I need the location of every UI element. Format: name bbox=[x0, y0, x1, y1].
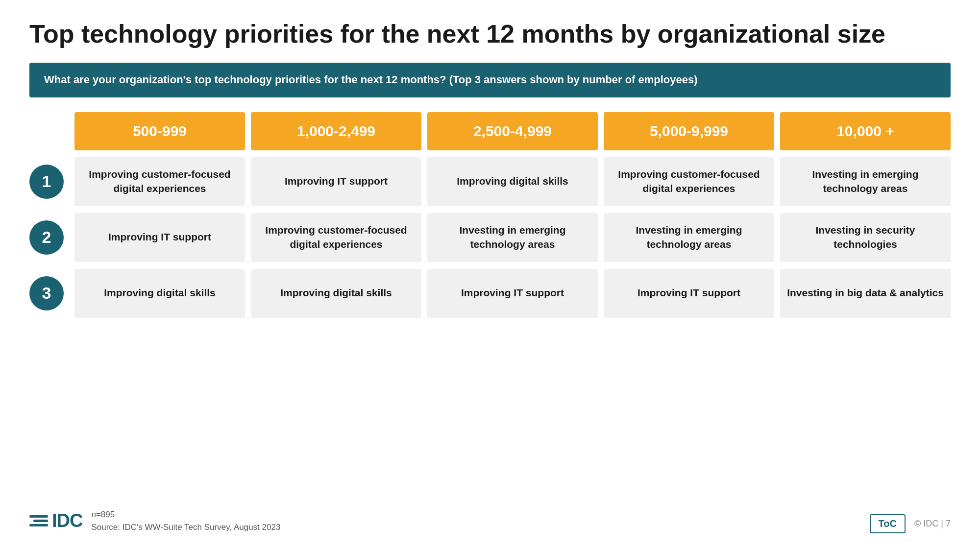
footer: IDC n=895 Source: IDC's WW-Suite Tech Su… bbox=[29, 503, 951, 533]
cell-r1-c5: Investing in emerging technology areas bbox=[780, 157, 951, 206]
cell-r3-c4: Improving IT support bbox=[604, 269, 774, 318]
page-container: Top technology priorities for the next 1… bbox=[0, 0, 980, 548]
logo-line-2 bbox=[33, 520, 48, 522]
cell-r2-c1: Improving IT support bbox=[74, 213, 245, 262]
cell-r3-c2: Improving digital skills bbox=[251, 269, 421, 318]
cell-r3-c5: Investing in big data & analytics bbox=[780, 269, 951, 318]
cell-r2-c2: Improving customer-focused digital exper… bbox=[251, 213, 421, 262]
footer-copyright: © IDC | 7 bbox=[914, 519, 951, 529]
rank-badge-2: 2 bbox=[29, 220, 64, 255]
cell-r2-c4: Investing in emerging technology areas bbox=[604, 213, 774, 262]
table-container: 500-999 1,000-2,499 2,500-4,999 5,000-9,… bbox=[29, 112, 951, 494]
cell-r1-c3: Improving digital skills bbox=[427, 157, 598, 206]
cell-r1-c2: Improving IT support bbox=[251, 157, 421, 206]
cell-r3-c1: Improving digital skills bbox=[74, 269, 245, 318]
rank-badge-3: 3 bbox=[29, 276, 64, 310]
cell-r3-c3: Improving IT support bbox=[427, 269, 598, 318]
footer-right: ToC © IDC | 7 bbox=[870, 514, 951, 533]
column-headers: 500-999 1,000-2,499 2,500-4,999 5,000-9,… bbox=[29, 112, 951, 150]
data-rows: 1 Improving customer-focused digital exp… bbox=[29, 157, 951, 494]
cell-r2-c5: Investing in security technologies bbox=[780, 213, 951, 262]
col-header-4: 10,000 + bbox=[780, 112, 951, 150]
logo-line-1 bbox=[29, 515, 48, 518]
table-row: 1 Improving customer-focused digital exp… bbox=[29, 157, 951, 206]
footer-source: n=895 Source: IDC's WW-Suite Tech Survey… bbox=[91, 508, 280, 533]
footer-citation: Source: IDC's WW-Suite Tech Survey, Augu… bbox=[91, 521, 280, 534]
idc-logo: IDC bbox=[29, 510, 82, 531]
logo-line-3 bbox=[29, 524, 48, 526]
footer-sample: n=895 bbox=[91, 508, 280, 521]
footer-left: IDC n=895 Source: IDC's WW-Suite Tech Su… bbox=[29, 508, 280, 533]
table-row: 3 Improving digital skills Improving dig… bbox=[29, 269, 951, 318]
col-header-0: 500-999 bbox=[74, 112, 245, 150]
rank-badge-1: 1 bbox=[29, 165, 64, 199]
table-row: 2 Improving IT support Improving custome… bbox=[29, 213, 951, 262]
cell-r1-c1: Improving customer-focused digital exper… bbox=[74, 157, 245, 206]
toc-badge[interactable]: ToC bbox=[870, 514, 906, 533]
rank-spacer bbox=[29, 112, 69, 150]
cell-r2-c3: Investing in emerging technology areas bbox=[427, 213, 598, 262]
idc-logo-lines bbox=[29, 515, 48, 526]
page-title: Top technology priorities for the next 1… bbox=[29, 20, 951, 49]
question-banner: What are your organization's top technol… bbox=[29, 63, 951, 97]
cell-r1-c4: Improving customer-focused digital exper… bbox=[604, 157, 774, 206]
col-header-1: 1,000-2,499 bbox=[251, 112, 421, 150]
col-header-3: 5,000-9,999 bbox=[604, 112, 774, 150]
col-header-2: 2,500-4,999 bbox=[427, 112, 598, 150]
idc-logo-text: IDC bbox=[52, 510, 82, 531]
